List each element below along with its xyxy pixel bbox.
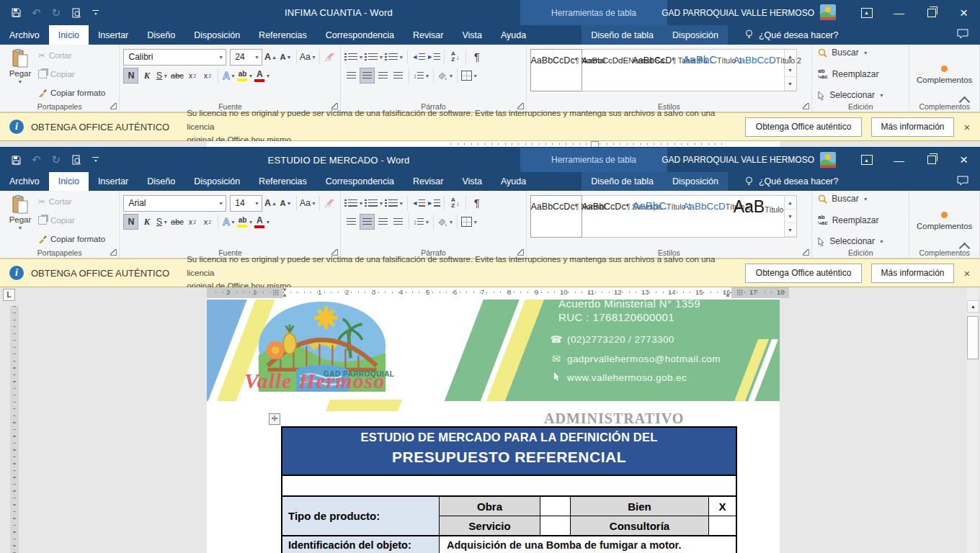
- shrink-font-icon[interactable]: A▼: [279, 50, 293, 64]
- font-color-button[interactable]: A▼: [254, 215, 270, 229]
- undo-icon[interactable]: ↶: [32, 6, 41, 19]
- addins-icon[interactable]: [941, 212, 948, 218]
- multilevel-list-button[interactable]: ▼: [385, 50, 404, 64]
- multilevel-list-button[interactable]: ▼: [385, 196, 404, 210]
- subscript-button[interactable]: x2: [185, 68, 199, 83]
- numbering-button[interactable]: ▼: [365, 50, 383, 64]
- paste-button[interactable]: Pegar ▼: [4, 194, 37, 247]
- table-title-cell[interactable]: ESTUDIO DE MERCADO PARA LA DEFINICIÓN DE…: [281, 426, 737, 476]
- customize-qat-icon[interactable]: ▾: [92, 157, 99, 163]
- consultoria-cell[interactable]: Consultoría: [571, 516, 709, 535]
- cut-button[interactable]: ✂Cortar: [38, 49, 105, 62]
- style-normal-sa[interactable]: AaBbCcDdENormal Sa...: [582, 50, 633, 91]
- more-info-button[interactable]: Más información: [871, 264, 954, 283]
- tab-diseno[interactable]: Diseño: [138, 25, 184, 45]
- grow-font-icon[interactable]: A▲: [264, 196, 277, 210]
- text-effects-button[interactable]: A▼: [222, 68, 236, 83]
- save-icon[interactable]: [12, 156, 21, 165]
- tab-archivo[interactable]: Archivo: [0, 172, 49, 191]
- justify-icon[interactable]: [391, 68, 405, 83]
- highlight-button[interactable]: ab▼: [237, 68, 253, 83]
- customize-qat-icon[interactable]: ▾: [92, 10, 99, 16]
- format-painter-button[interactable]: Copiar formato: [38, 233, 105, 246]
- minimize-button[interactable]: —: [883, 0, 915, 25]
- bullets-button[interactable]: ▼: [344, 50, 363, 64]
- font-size-combo[interactable]: 14▼: [230, 195, 262, 212]
- tab-selector[interactable]: L: [3, 289, 15, 301]
- tab-vista[interactable]: Vista: [453, 172, 491, 191]
- change-case-button[interactable]: Aa▼: [300, 50, 316, 64]
- redo-icon[interactable]: ↻: [52, 153, 61, 166]
- align-center-icon[interactable]: [360, 68, 375, 84]
- table-move-handle-icon[interactable]: ✛: [269, 413, 280, 425]
- tab-vista[interactable]: Vista: [453, 25, 491, 45]
- find-button[interactable]: Buscar▼: [818, 48, 903, 58]
- vertical-ruler[interactable]: [10, 306, 19, 553]
- letterhead-acuerdo[interactable]: Acuerdo Ministerial N° 1359: [558, 300, 700, 310]
- align-right-icon[interactable]: [376, 215, 390, 229]
- tab-disposicion[interactable]: Disposición: [184, 25, 249, 45]
- warning-close-icon[interactable]: ×: [954, 267, 980, 279]
- cut-button[interactable]: ✂Cortar: [38, 195, 105, 208]
- bien-cell[interactable]: Bien: [571, 497, 709, 516]
- title-bar[interactable]: ↶ ↻ ▾ ESTUDIO DE MERCADO - Word Herramie…: [0, 147, 980, 172]
- clear-formatting-icon[interactable]: [323, 50, 337, 64]
- letterhead-web[interactable]: www.vallehermoso.gob.ec: [550, 372, 687, 383]
- account-avatar[interactable]: [820, 4, 836, 20]
- tab-diseno-de-tabla[interactable]: Diseño de tabla: [582, 25, 663, 45]
- servicio-mark-cell[interactable]: [540, 516, 571, 535]
- feedback-icon[interactable]: [957, 176, 968, 186]
- get-office-button[interactable]: Obtenga Office auténtico: [745, 117, 862, 137]
- style-titulo-2[interactable]: AaBbCcDTítulo 2: [683, 196, 734, 237]
- feedback-icon[interactable]: [957, 29, 968, 40]
- show-marks-button[interactable]: ¶: [470, 196, 484, 210]
- consultoria-mark-cell[interactable]: [709, 516, 736, 535]
- tab-correspondencia[interactable]: Correspondencia: [316, 25, 404, 45]
- account-name[interactable]: GAD PARROQUIAL VALLE HERMOSO: [652, 8, 814, 18]
- borders-button[interactable]: ▼: [461, 215, 478, 229]
- styles-dialog-launcher-icon[interactable]: [803, 103, 809, 109]
- copy-button[interactable]: Copiar: [38, 214, 105, 227]
- sort-button[interactable]: AZ↓: [448, 50, 462, 64]
- sort-button[interactable]: AZ↓: [448, 196, 462, 210]
- underline-button[interactable]: S▼: [155, 215, 169, 229]
- shrink-font-icon[interactable]: A▼: [279, 196, 293, 210]
- clipboard-dialog-launcher-icon[interactable]: [110, 103, 117, 109]
- minimize-button[interactable]: —: [883, 148, 915, 172]
- styles-scrollbar[interactable]: ▲▼▼: [784, 196, 796, 237]
- superscript-button[interactable]: x2: [200, 68, 214, 83]
- align-left-icon[interactable]: [344, 68, 358, 83]
- subscript-button[interactable]: x2: [185, 215, 199, 229]
- replace-button[interactable]: ab⤷acReemplazar: [818, 215, 903, 226]
- warning-close-icon[interactable]: ×: [954, 121, 980, 133]
- document-page[interactable]: GAD PARROQUIAL Valle Hermoso Acuerdo Min…: [207, 298, 780, 553]
- tab-referencias[interactable]: Referencias: [249, 25, 316, 45]
- line-spacing-button[interactable]: ↕▼: [413, 215, 429, 229]
- redo-icon[interactable]: ↻: [52, 6, 61, 19]
- copy-button[interactable]: Copiar: [38, 68, 105, 81]
- obra-mark-cell[interactable]: [540, 497, 571, 516]
- replace-button[interactable]: ab⤷acReemplazar: [818, 68, 903, 80]
- undo-icon[interactable]: ↶: [32, 153, 41, 166]
- underline-button[interactable]: S▼: [155, 68, 169, 83]
- style-titulo-1[interactable]: AaBbCTítulo 1: [683, 50, 734, 91]
- tab-insertar[interactable]: Insertar: [89, 25, 138, 45]
- tab-revisar[interactable]: Revisar: [404, 25, 453, 45]
- restore-button[interactable]: [915, 0, 948, 25]
- print-preview-icon[interactable]: [71, 8, 81, 18]
- tab-correspondencia[interactable]: Correspondencia: [316, 172, 404, 191]
- servicio-cell[interactable]: Servicio: [440, 516, 540, 535]
- grow-font-icon[interactable]: A▲: [264, 50, 277, 64]
- paste-button[interactable]: Pegar ▼: [4, 48, 37, 101]
- shading-button[interactable]: ▼: [437, 68, 453, 83]
- strikethrough-button[interactable]: abc: [170, 68, 184, 83]
- ribbon-display-options-icon[interactable]: ▲: [850, 148, 883, 172]
- italic-button[interactable]: K: [140, 215, 153, 229]
- tab-archivo[interactable]: Archivo: [0, 25, 49, 45]
- bullets-button[interactable]: ▼: [344, 196, 363, 210]
- tab-referencias[interactable]: Referencias: [249, 172, 316, 191]
- tab-disposicion[interactable]: Disposición: [184, 172, 249, 191]
- tab-ayuda[interactable]: Ayuda: [491, 172, 535, 191]
- superscript-button[interactable]: x2: [200, 215, 214, 229]
- close-button[interactable]: ×: [948, 0, 980, 25]
